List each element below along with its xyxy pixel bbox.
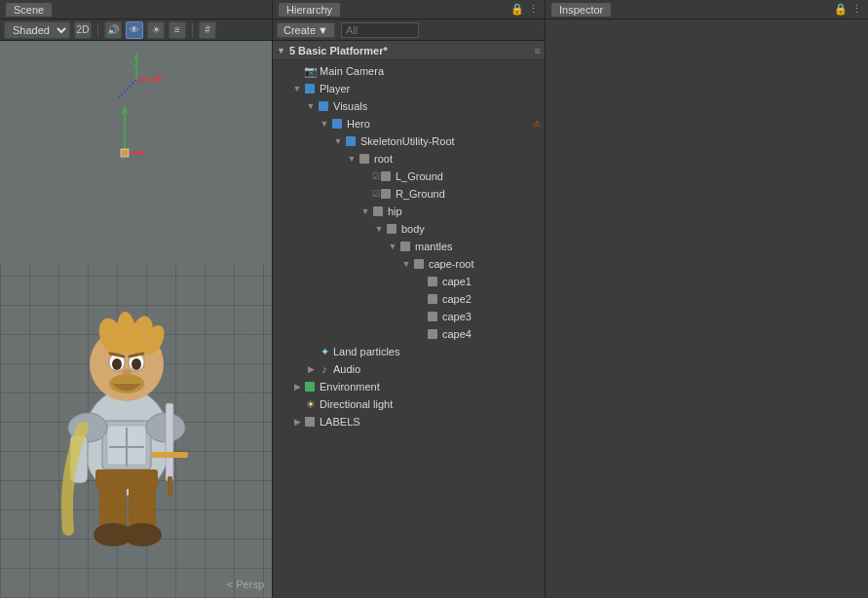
tree-label-rground: R_Ground xyxy=(396,188,545,200)
svg-marker-1 xyxy=(133,53,139,58)
tree-label-cape3: cape3 xyxy=(442,311,545,322)
hierarchy-tab[interactable]: Hierarchy xyxy=(279,3,340,17)
sun-button[interactable]: ☀ xyxy=(147,21,165,39)
tree-item-hero[interactable]: ▼ Hero ⚠ xyxy=(273,115,545,132)
tree-label-lground: L_Ground xyxy=(396,170,545,182)
tree-label-audio: Audio xyxy=(333,363,545,375)
hierarchy-panel-header: Hierarchy 🔒 ⋮ xyxy=(273,0,545,19)
root-icon xyxy=(359,152,372,166)
tree-item-rground[interactable]: ☑ R_Ground xyxy=(273,185,545,203)
svg-point-34 xyxy=(123,523,162,546)
cape4-icon xyxy=(427,327,440,341)
hierarchy-search[interactable] xyxy=(341,22,419,38)
rground-icon xyxy=(380,187,394,201)
sound-button[interactable]: 🔊 xyxy=(104,21,122,39)
layers-button[interactable]: ≡ xyxy=(169,21,186,39)
tree-arrow-environment: ▶ xyxy=(290,382,304,392)
tree-arrow-hip: ▼ xyxy=(359,206,372,216)
tree-label-main-camera: Main Camera xyxy=(320,65,545,77)
scene-panel: Scene Shaded 2D 🔊 👁 ☀ ≡ # Y xyxy=(0,0,273,598)
svg-marker-8 xyxy=(121,104,129,114)
inspector-panel: Inspector 🔒 ⋮ xyxy=(546,0,868,598)
tree-arrow-main-camera xyxy=(290,66,304,76)
hierarchy-lock-icon[interactable]: 🔒 xyxy=(510,3,524,16)
hip-icon xyxy=(372,205,386,218)
tree-arrow-rground xyxy=(359,189,372,199)
tree-label-body: body xyxy=(401,223,545,235)
body-icon xyxy=(386,222,399,236)
tree-item-player[interactable]: ▼ Player xyxy=(273,80,545,97)
2d-button[interactable]: 2D xyxy=(74,21,92,39)
tree-item-main-camera[interactable]: 📷 Main Camera xyxy=(273,62,545,80)
tree-label-hip: hip xyxy=(388,206,545,217)
tree-item-mantles[interactable]: ▼ mantles xyxy=(273,238,545,255)
cape3-icon xyxy=(427,310,440,323)
tree-item-audio[interactable]: ▶ ♪ Audio xyxy=(273,360,545,378)
hierarchy-content: 📷 Main Camera ▼ Player ▼ Visuals xyxy=(273,60,545,598)
tree-item-environment[interactable]: ▶ Environment xyxy=(273,378,545,395)
inspector-menu-icon[interactable]: ⋮ xyxy=(851,3,862,16)
player-icon xyxy=(304,82,318,95)
tree-item-cape-root[interactable]: ▼ cape-root xyxy=(273,255,545,273)
tree-arrow-body: ▼ xyxy=(372,224,386,234)
tree-arrow-cape3 xyxy=(413,312,427,321)
scene-view[interactable]: Y X xyxy=(0,41,272,598)
tree-item-cape3[interactable]: cape3 xyxy=(273,308,545,325)
tree-item-lground[interactable]: ☑ L_Ground xyxy=(273,168,545,185)
directional-light-icon: ☀ xyxy=(304,397,318,411)
hero-icon xyxy=(331,117,345,131)
tree-item-hip[interactable]: ▼ hip xyxy=(273,203,545,220)
svg-rect-38 xyxy=(168,476,172,496)
eye-button[interactable]: 👁 xyxy=(126,21,143,39)
tree-label-hero: Hero xyxy=(347,118,533,130)
tree-item-cape1[interactable]: cape1 xyxy=(273,273,545,290)
tree-arrow-root: ▼ xyxy=(345,154,359,164)
tree-item-root[interactable]: ▼ root xyxy=(273,150,545,168)
tree-label-labels: LABELS xyxy=(320,416,545,428)
tree-arrow-lground xyxy=(359,171,372,181)
hierarchy-scene-header[interactable]: ▼ 5 Basic Platformer* ≡ xyxy=(273,41,545,60)
toolbar-separator-2 xyxy=(192,23,193,37)
tree-item-cape2[interactable]: cape2 xyxy=(273,290,545,308)
audio-icon: ♪ xyxy=(318,362,331,376)
hierarchy-menu-icon[interactable]: ⋮ xyxy=(528,3,539,16)
tree-arrow-cape4 xyxy=(413,329,427,339)
camera-icon: 📷 xyxy=(304,64,318,78)
tree-arrow-mantles: ▼ xyxy=(386,242,399,251)
tree-item-body[interactable]: ▼ body xyxy=(273,220,545,238)
rground-checkbox: ☑ xyxy=(372,189,380,199)
hash-button[interactable]: # xyxy=(199,21,216,39)
tree-label-directional-light: Directional light xyxy=(320,398,545,410)
tree-item-visuals[interactable]: ▼ Visuals xyxy=(273,97,545,115)
inspector-tab[interactable]: Inspector xyxy=(551,3,611,17)
shaded-dropdown[interactable]: Shaded xyxy=(4,21,70,39)
inspector-lock-icon[interactable]: 🔒 xyxy=(834,3,848,16)
tree-item-land-particles[interactable]: ✦ Land particles xyxy=(273,343,545,360)
tree-arrow-hero: ▼ xyxy=(318,119,331,129)
tree-label-root: root xyxy=(374,153,545,165)
skeletonutil-icon xyxy=(345,134,359,148)
svg-text:Y: Y xyxy=(132,60,137,70)
svg-rect-36 xyxy=(166,403,173,481)
environment-icon xyxy=(304,380,318,393)
scene-tab[interactable]: Scene xyxy=(6,3,52,17)
labels-icon xyxy=(304,415,318,429)
persp-label: < Persp xyxy=(227,579,264,590)
tree-arrow-directional-light xyxy=(290,399,304,409)
tree-item-cape4[interactable]: cape4 xyxy=(273,325,545,343)
lground-checkbox: ☑ xyxy=(372,171,380,181)
tree-item-labels[interactable]: ▶ LABELS xyxy=(273,413,545,430)
create-button[interactable]: Create ▼ xyxy=(277,22,335,38)
tree-arrow-cape-root: ▼ xyxy=(399,259,413,269)
cape2-icon xyxy=(427,292,440,306)
inspector-panel-header: Inspector 🔒 ⋮ xyxy=(546,0,868,19)
hierarchy-scene-controls[interactable]: ≡ xyxy=(535,45,541,56)
hero-warning: ⚠ xyxy=(533,119,541,129)
tree-arrow-player: ▼ xyxy=(290,84,304,93)
scene-name: 5 Basic Platformer* xyxy=(289,45,388,56)
tree-item-directional-light[interactable]: ☀ Directional light xyxy=(273,395,545,413)
move-gizmo[interactable] xyxy=(100,94,149,174)
tree-item-skeletonutil[interactable]: ▼ SkeletonUtility-Root xyxy=(273,132,545,150)
svg-text:X: X xyxy=(154,70,160,80)
tree-arrow-labels: ▶ xyxy=(290,417,304,427)
